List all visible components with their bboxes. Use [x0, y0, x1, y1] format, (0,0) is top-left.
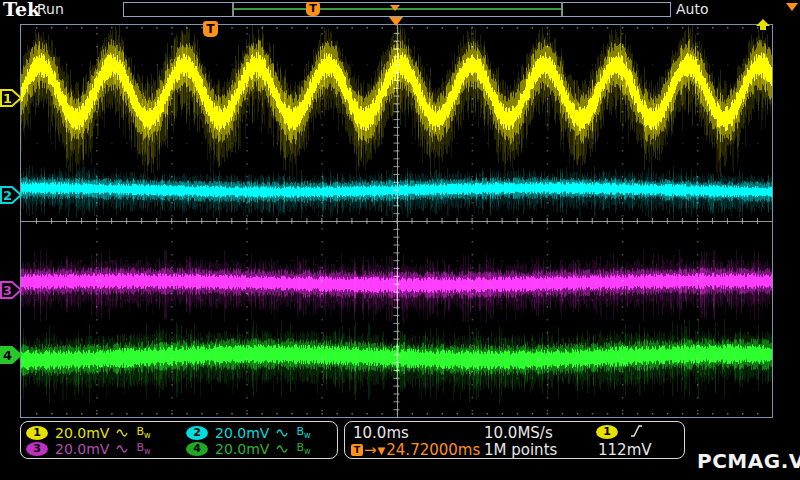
trigger-delay-value: 24.72000ms — [386, 441, 480, 459]
trigger-t-icon: T — [351, 444, 363, 456]
channel-4-readout: 4 20.0mV Bw — [186, 440, 310, 457]
channel-4-badge: 4 — [186, 442, 208, 456]
trigger-t-icon-screen: T — [203, 21, 218, 37]
waveform-canvas — [21, 25, 772, 417]
record-window-divider-right — [561, 3, 563, 16]
acquisition-preview-bar: T — [123, 2, 671, 17]
channel-1-scale: 20.0mV — [55, 425, 109, 441]
channel-readouts-box: 1 20.0mV Bw 2 20.0mV Bw 3 20.0mV Bw 4 20… — [20, 421, 338, 459]
horizontal-trigger-box: 10.0ms 10.0MS/s 1 T → ▼ 24.72000ms 1M po… — [344, 421, 685, 459]
channel-3-badge: 3 — [26, 442, 48, 456]
graticule-frame: T — [20, 24, 773, 418]
channel-2-badge: 2 — [186, 426, 208, 440]
channel-1-marker-label: 1 — [3, 91, 12, 106]
channel-3-marker: 3 — [0, 281, 23, 299]
channel-4-marker: 4 — [0, 346, 23, 364]
channel-2-scale: 20.0mV — [215, 425, 269, 441]
record-window-divider-left — [232, 3, 234, 16]
bandwidth-limit-icon: Bw — [136, 441, 150, 456]
record-length-value: 1M points — [484, 441, 557, 459]
channel-1-readout: 1 20.0mV Bw — [26, 424, 150, 441]
bandwidth-limit-icon: Bw — [296, 425, 310, 440]
oscilloscope-screen: Tek Run T Auto T 1 2 3 4 1 — [0, 0, 800, 480]
channel-2-readout: 2 20.0mV Bw — [186, 424, 310, 441]
sample-rate-value: 10.0MS/s — [484, 424, 553, 442]
trigger-slope-icon — [629, 424, 644, 439]
coupling-sine-icon — [276, 428, 289, 438]
channel-2-marker-label: 2 — [3, 188, 12, 203]
corner-triangle-icon — [786, 3, 798, 11]
trigger-level-offscreen-icon — [756, 19, 770, 30]
trigger-delay-readout: T → ▼ 24.72000ms — [351, 441, 480, 459]
channel-4-marker-label: 4 — [3, 348, 12, 363]
channel-3-marker-label: 3 — [3, 283, 12, 298]
channel-1-marker: 1 — [0, 89, 23, 107]
channel-2-marker: 2 — [0, 186, 23, 204]
trigger-level-value: 112mV — [598, 441, 652, 459]
coupling-sine-icon — [276, 444, 289, 454]
arrow-right-icon: → — [364, 441, 377, 459]
timebase-value: 10.0ms — [353, 424, 409, 442]
trigger-source-badge: 1 — [596, 425, 618, 439]
bandwidth-limit-icon: Bw — [136, 425, 150, 440]
acquisition-status: Run — [37, 1, 64, 17]
bandwidth-limit-icon: Bw — [296, 441, 310, 456]
coupling-sine-icon — [116, 444, 129, 454]
expansion-point-icon — [389, 17, 403, 26]
channel-3-scale: 20.0mV — [55, 441, 109, 457]
watermark: PCMAG.VN — [697, 449, 800, 473]
tek-logo: Tek — [3, 0, 40, 20]
triangle-down-icon: ▼ — [378, 445, 386, 456]
channel-3-readout: 3 20.0mV Bw — [26, 440, 150, 457]
trigger-position-icon — [390, 5, 400, 11]
channel-1-badge: 1 — [26, 426, 48, 440]
channel-4-scale: 20.0mV — [215, 441, 269, 457]
trigger-t-icon: T — [306, 2, 320, 16]
trigger-mode-label: Auto — [676, 1, 709, 17]
coupling-sine-icon — [116, 428, 129, 438]
